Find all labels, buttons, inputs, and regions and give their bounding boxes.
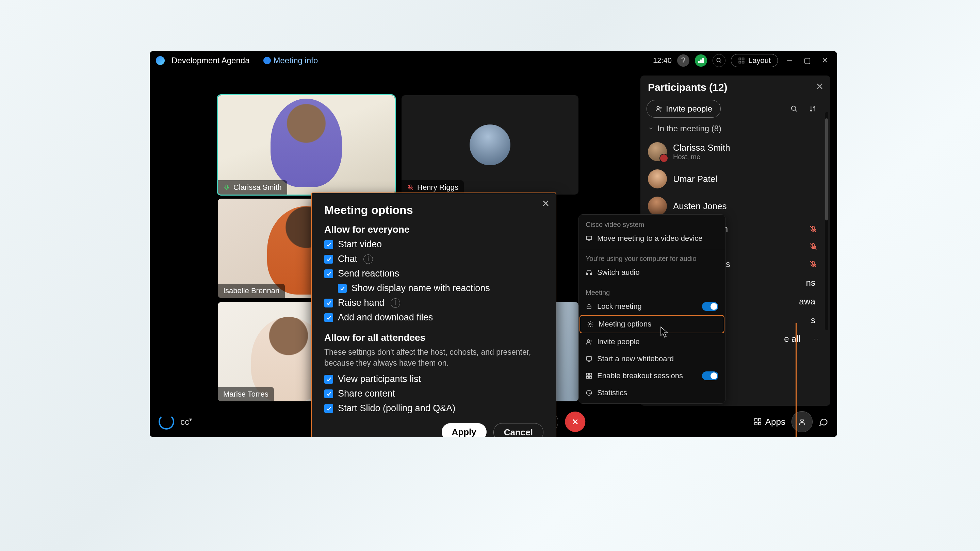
scrollbar[interactable] <box>825 112 828 330</box>
option-share-content[interactable]: Share content <box>324 388 543 399</box>
video-tile[interactable]: Clarissa Smith <box>218 95 395 195</box>
checkbox-checked-icon[interactable] <box>324 255 333 264</box>
svg-point-41 <box>590 324 592 325</box>
apps-label: Apps <box>765 417 785 427</box>
network-status-icon[interactable] <box>695 54 707 67</box>
menu-item-label: Statistics <box>597 388 627 397</box>
meeting-info-label: Meeting info <box>274 56 318 65</box>
svg-rect-34 <box>759 422 761 425</box>
participant-name-trail: awa <box>799 296 815 307</box>
participant-row[interactable]: Clarissa Smith Host, me <box>646 138 830 165</box>
option-raise-hand[interactable]: Raise handi <box>324 298 543 308</box>
info-icon[interactable]: i <box>391 298 400 308</box>
video-tile[interactable]: Henry Riggs <box>401 95 579 195</box>
menu-breakout[interactable]: Enable breakout sessions <box>579 367 725 384</box>
menu-invite-people[interactable]: Invite people <box>579 333 725 350</box>
menu-switch-audio[interactable]: Switch audio <box>579 264 725 281</box>
apply-button[interactable]: Apply <box>442 423 487 437</box>
invite-people-button[interactable]: Invite people <box>646 100 721 118</box>
close-modal-button[interactable]: ✕ <box>542 198 550 209</box>
svg-line-4 <box>720 61 721 63</box>
apps-button[interactable]: Apps <box>754 417 785 427</box>
svg-rect-36 <box>587 236 592 240</box>
meeting-info-button[interactable]: i Meeting info <box>263 56 318 65</box>
leave-button[interactable] <box>565 411 585 432</box>
lock-icon <box>585 303 592 310</box>
option-label: Start Slido (polling and Q&A) <box>338 403 455 414</box>
svg-rect-50 <box>590 376 592 379</box>
menu-whiteboard[interactable]: Start a new whiteboard <box>579 350 725 367</box>
menu-lock-meeting[interactable]: Lock meeting <box>579 298 725 315</box>
svg-rect-0 <box>698 61 700 63</box>
gear-icon <box>587 321 594 327</box>
checkbox-checked-icon[interactable] <box>324 269 333 278</box>
participant-row[interactable]: Umar Patel <box>646 165 830 192</box>
meeting-title: Development Agenda <box>172 56 250 65</box>
option-files[interactable]: Add and download files <box>324 312 543 323</box>
checkbox-checked-icon[interactable] <box>324 389 333 398</box>
window-maximize[interactable]: ▢ <box>801 54 813 67</box>
title-bar: Development Agenda i Meeting info 12:40 … <box>150 51 837 70</box>
svg-rect-32 <box>759 419 761 421</box>
checkbox-checked-icon[interactable] <box>324 299 333 308</box>
cancel-button[interactable]: Cancel <box>493 423 543 437</box>
monitor-icon <box>585 235 592 242</box>
search-participants-button[interactable] <box>788 102 801 116</box>
toggle-on-icon[interactable] <box>702 302 718 311</box>
menu-item-label: Start a new whiteboard <box>597 354 674 363</box>
in-meeting-section[interactable]: In the meeting (8) <box>648 124 830 133</box>
search-button[interactable] <box>713 54 725 67</box>
option-slido[interactable]: Start Slido (polling and Q&A) <box>324 403 543 414</box>
info-icon[interactable]: i <box>363 254 373 264</box>
mouse-cursor-icon <box>660 327 669 338</box>
mic-off-icon <box>809 260 817 268</box>
svg-point-35 <box>801 419 803 422</box>
option-start-video[interactable]: Start video <box>324 239 543 250</box>
option-show-name-reactions[interactable]: Show display name with reactions <box>338 283 543 294</box>
svg-rect-49 <box>587 376 589 379</box>
menu-move-to-device[interactable]: Move meeting to a video device <box>579 230 725 247</box>
menu-item-label: Lock meeting <box>597 302 642 311</box>
menu-meeting-options[interactable]: Meeting options <box>580 316 724 333</box>
menu-section-label: You're using your computer for audio <box>579 251 725 264</box>
person-add-icon <box>585 338 592 345</box>
checkbox-checked-icon[interactable] <box>324 240 333 249</box>
window-close[interactable]: ✕ <box>819 54 831 67</box>
mic-off-icon <box>809 225 817 233</box>
section-allow-attendees: Allow for all attendees <box>324 332 543 343</box>
captions-button[interactable]: cc▾ <box>180 416 192 427</box>
svg-rect-45 <box>587 356 592 360</box>
mic-off-icon <box>407 184 414 191</box>
checkbox-checked-icon[interactable] <box>324 404 333 413</box>
toggle-on-icon[interactable] <box>702 372 718 380</box>
chevron-down-icon <box>648 125 654 132</box>
participants-button[interactable] <box>791 411 813 432</box>
help-icon[interactable]: ? <box>677 54 689 67</box>
chat-icon <box>819 417 828 427</box>
chat-button[interactable] <box>819 417 828 427</box>
sort-participants-button[interactable] <box>806 102 819 116</box>
menu-item-label: Enable breakout sessions <box>597 372 683 380</box>
menu-statistics[interactable]: Statistics <box>579 384 725 401</box>
menu-section-label: Meeting <box>579 285 725 298</box>
svg-rect-9 <box>226 185 228 189</box>
layout-button[interactable]: Layout <box>731 54 778 67</box>
apply-label: Apply <box>452 427 476 437</box>
participant-name-trail: ns <box>806 278 815 288</box>
option-chat[interactable]: Chati <box>324 254 543 264</box>
assistant-icon[interactable] <box>159 414 174 430</box>
more-options-menu: Cisco video system Move meeting to a vid… <box>579 214 725 404</box>
checkbox-checked-icon[interactable] <box>324 375 333 384</box>
option-view-participants[interactable]: View participants list <box>324 374 543 384</box>
more-icon[interactable]: ⋯ <box>813 336 819 342</box>
checkbox-checked-icon[interactable] <box>324 313 333 322</box>
participant-name: Umar Patel <box>673 174 717 184</box>
option-reactions[interactable]: Send reactions <box>324 268 543 279</box>
close-participants-button[interactable]: ✕ <box>816 81 824 92</box>
svg-rect-8 <box>742 61 744 63</box>
info-icon: i <box>263 57 271 64</box>
svg-rect-5 <box>739 58 741 60</box>
section-label: In the meeting (8) <box>657 124 721 133</box>
checkbox-checked-icon[interactable] <box>338 284 347 293</box>
window-minimize[interactable]: ─ <box>783 54 795 67</box>
